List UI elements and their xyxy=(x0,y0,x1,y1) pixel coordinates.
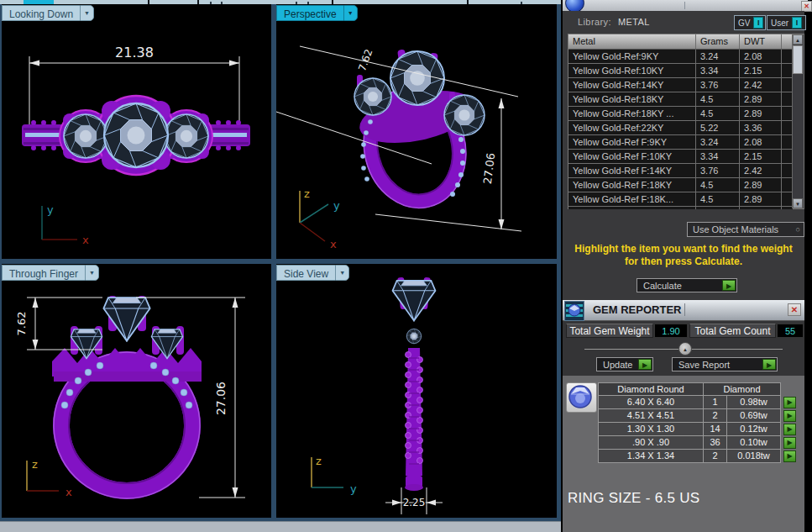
calculate-button[interactable]: Calculate ▶ xyxy=(637,278,737,292)
metal-row[interactable]: Yellow Gold-Ref F:14KY3.762.42 xyxy=(568,164,793,178)
axis-indicator: y x xyxy=(42,203,89,246)
diamond-round-icon xyxy=(566,382,597,413)
metal-table: Metal Grams DWT Yellow Gold-Ref:9KY3.242… xyxy=(568,34,804,209)
panel-title: GEM REPORTER xyxy=(593,300,681,320)
total-gem-count-label: Total Gem Count xyxy=(689,324,776,338)
axis-label-y: y xyxy=(333,199,340,212)
viewport-dropdown-side-view[interactable]: Side View ▼ xyxy=(276,265,349,281)
viewport-dropdown-perspective[interactable]: Perspective ▼ xyxy=(276,5,358,21)
axis-label-y: y xyxy=(47,203,54,216)
status-strip xyxy=(0,521,561,532)
axis-label-x: x xyxy=(65,486,72,498)
viewport-looking-down[interactable]: 21.38 xyxy=(2,4,271,259)
app-window: 21.38 xyxy=(0,0,812,532)
metal-library-section: Library:METAL GV I User I Metal Grams DW… xyxy=(563,11,804,300)
gem-row: 1.30 X 1.30140.12tw▶ xyxy=(598,423,799,436)
toggle-indicator-icon: I xyxy=(792,17,802,29)
ring-size-label: RING SIZE - 6.5 US xyxy=(568,490,700,507)
gem-row-run-button[interactable]: ▶ xyxy=(783,450,796,462)
ring-side-view xyxy=(393,277,436,491)
gem-reporter-section: GEM REPORTER ✕ Total Gem Weight 1.90 Tot… xyxy=(563,300,804,532)
dimension-label: 27.06 xyxy=(481,152,497,185)
run-icon: ▶ xyxy=(762,359,776,370)
side-panel: ✕ Library:METAL GV I User I Metal Grams … xyxy=(563,0,812,532)
metal-row[interactable]: Yellow Gold-Ref:22KY5.223.36 xyxy=(568,121,793,135)
gem-row-run-button[interactable]: ▶ xyxy=(783,424,796,435)
metal-row[interactable]: Yellow Gold-Ref F:18K...4.52.89 xyxy=(568,192,793,207)
radio-icon: ○ xyxy=(796,225,804,234)
save-report-button[interactable]: Save Report ▶ xyxy=(672,357,778,371)
chevron-down-icon[interactable]: ▼ xyxy=(343,5,358,21)
dimension-label: 2.25 xyxy=(403,497,426,508)
side-view-canvas: 2.25 z y xyxy=(276,264,557,518)
metal-row[interactable]: Yellow Gold-Ref F:10KY3.342.15 xyxy=(568,150,793,164)
dimension-label: 7.62 xyxy=(356,48,375,73)
slider-handle[interactable]: ▲ xyxy=(678,342,692,356)
metal-row[interactable]: Yellow Gold-Ref:14KY3.762.42 xyxy=(568,78,793,92)
panel-titlebar: ✕ xyxy=(563,0,808,11)
run-icon: ▶ xyxy=(722,280,736,291)
metal-row[interactable]: Yellow Gold-Ref F:9KY3.242.08 xyxy=(568,135,793,150)
gem-table-header: Diamond Round Diamond xyxy=(598,382,799,396)
run-icon: ▶ xyxy=(638,359,652,370)
axis-label-x: x xyxy=(330,238,337,250)
dimension-label: 21.38 xyxy=(115,45,154,61)
metal-row[interactable]: Yellow Gold-Ref:18KY4.52.89 xyxy=(568,92,793,107)
perspective-canvas: 27.06 7.62 z y x xyxy=(276,4,557,259)
metal-row[interactable]: Yellow Gold-Ref F:22KY5.223.36 xyxy=(568,207,793,209)
axis-indicator: z y xyxy=(312,455,357,495)
gem-row-run-button[interactable]: ▶ xyxy=(783,410,796,422)
viewport-label: Through Finger xyxy=(2,265,85,281)
through-finger-canvas: 7.62 27.06 z x xyxy=(2,264,271,518)
gem-reporter-header[interactable]: GEM REPORTER ✕ xyxy=(563,300,804,321)
gem-row: 1.34 X 1.3420.018tw▶ xyxy=(598,450,799,463)
viewport-dropdown-looking-down[interactable]: Looking Down ▼ xyxy=(2,5,94,21)
toggle-indicator-icon: I xyxy=(753,17,763,29)
viewport-perspective[interactable]: 27.06 7.62 z y x xyxy=(276,4,557,259)
metal-row[interactable]: Yellow Gold-Ref F:18KY4.52.89 xyxy=(568,178,793,192)
total-gem-weight-value: 1.90 xyxy=(654,324,688,338)
total-gem-weight-label: Total Gem Weight xyxy=(566,324,653,338)
viewport-side-view[interactable]: 2.25 z y xyxy=(276,264,557,518)
ring-perspective-view xyxy=(351,49,485,219)
scroll-up-icon[interactable]: ▲ xyxy=(793,34,803,45)
chevron-down-icon[interactable]: ▼ xyxy=(80,5,94,21)
library-title: Library:METAL xyxy=(578,17,650,27)
metal-row[interactable]: Yellow Gold-Ref:10KY3.342.15 xyxy=(568,64,793,78)
axis-label-z: z xyxy=(32,458,38,471)
update-button[interactable]: Update ▶ xyxy=(596,357,653,371)
viewport-dropdown-through-finger[interactable]: Through Finger ▼ xyxy=(2,265,99,281)
ring-top-view xyxy=(22,96,250,175)
viewport-through-finger[interactable]: 7.62 27.06 z x xyxy=(2,264,271,518)
scroll-down-icon[interactable]: ▼ xyxy=(793,198,803,208)
scrollbar-thumb[interactable] xyxy=(793,45,803,74)
gem-table-body: 6.40 X 6.4010.98tw▶4.51 X 4.5120.69tw▶1.… xyxy=(598,396,799,463)
close-icon[interactable]: ✕ xyxy=(788,303,801,316)
chevron-down-icon[interactable]: ▼ xyxy=(85,265,99,281)
metal-row[interactable]: Yellow Gold-Ref:9KY3.242.08 xyxy=(568,50,793,64)
use-object-materials-button[interactable]: Use Object Materials ○ xyxy=(687,222,804,237)
gem-row-run-button[interactable]: ▶ xyxy=(783,397,796,408)
library-value: METAL xyxy=(618,17,650,27)
gem-row-run-button[interactable]: ▶ xyxy=(783,437,796,449)
gv-toggle-button[interactable]: GV I xyxy=(734,15,766,30)
gem-row: .90 X .90360.10tw▶ xyxy=(598,436,799,450)
viewport-label: Side View xyxy=(276,265,335,281)
instruction-text: for then press Calculate. xyxy=(563,255,804,267)
gem-row: 6.40 X 6.4010.98tw▶ xyxy=(598,396,799,409)
looking-down-canvas: 21.38 xyxy=(2,4,271,259)
dimension-label: 27.06 xyxy=(214,382,228,415)
chevron-down-icon[interactable]: ▼ xyxy=(335,265,349,281)
axis-label-x: x xyxy=(82,234,89,246)
metal-row[interactable]: Yellow Gold-Ref:18KY ...4.52.89 xyxy=(568,107,793,121)
gem-table: Diamond Round Diamond 6.40 X 6.4010.98tw… xyxy=(598,382,799,463)
gem-report-area: Diamond Round Diamond 6.40 X 6.4010.98tw… xyxy=(563,376,804,532)
viewport-label: Perspective xyxy=(276,5,343,21)
gem-reporter-icon xyxy=(564,301,584,321)
viewport-label: Looking Down xyxy=(2,5,80,21)
scrollbar[interactable]: ▲ ▼ xyxy=(792,34,804,208)
axis-label-z: z xyxy=(304,187,310,200)
user-toggle-button[interactable]: User I xyxy=(767,15,806,30)
total-gem-count-value: 55 xyxy=(777,324,804,338)
metal-table-header: Metal Grams DWT xyxy=(568,34,793,50)
